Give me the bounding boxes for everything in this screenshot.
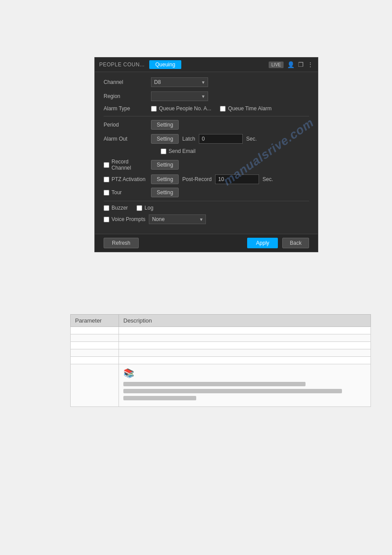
tour-setting-button[interactable]: Setting <box>151 188 179 197</box>
tour-checkbox[interactable] <box>104 190 109 196</box>
table-row <box>71 349 371 357</box>
panel-header-left: PEOPLE COUN... Queuing <box>99 60 181 69</box>
latch-sec-label: Sec. <box>246 136 257 142</box>
period-setting-button[interactable]: Setting <box>151 120 179 130</box>
ptz-activation-row: PTZ Activation Setting Post-Record Sec. <box>104 174 309 184</box>
log-checkbox[interactable] <box>137 205 142 211</box>
channel-select[interactable]: D8 <box>151 77 208 87</box>
log-checkbox-group: Log <box>137 205 153 211</box>
tour-label: Tour <box>111 189 122 196</box>
panel-header-icons: LIVE 👤 ❐ ⋮ <box>269 61 313 68</box>
table-section: Parameter Description <box>70 314 371 407</box>
queuing-tab[interactable]: Queuing <box>149 60 181 69</box>
period-label: Period <box>104 122 147 128</box>
table-cell-param <box>71 342 119 349</box>
divider-2 <box>104 201 309 201</box>
refresh-button[interactable]: Refresh <box>104 238 139 248</box>
alarm-type-row: Alarm Type Queue People No. A... Queue T… <box>104 105 309 112</box>
buzzer-checkbox-group: Buzzer <box>104 205 128 211</box>
apply-button[interactable]: Apply <box>247 238 278 248</box>
record-channel-checkbox[interactable] <box>104 162 109 168</box>
latch-row: Latch Sec. <box>182 134 256 144</box>
note-bar-1 <box>123 382 306 386</box>
fullscreen-icon[interactable]: ❐ <box>298 61 304 68</box>
queue-time-alarm-checkbox-group: Queue Time Alarm <box>220 105 271 112</box>
tour-checkbox-group: Tour <box>104 189 147 196</box>
table-cell-param <box>71 334 119 342</box>
divider-1 <box>104 116 309 116</box>
buzzer-log-row: Buzzer Log <box>104 205 309 211</box>
table-row <box>71 327 371 334</box>
post-record-label: Post-Record <box>182 176 212 182</box>
queue-time-alarm-label: Queue Time Alarm <box>228 105 271 112</box>
table-row <box>71 334 371 342</box>
queue-people-no-checkbox[interactable] <box>151 106 157 112</box>
tour-row: Tour Setting <box>104 188 309 197</box>
alarm-out-row: Alarm Out Setting Latch Sec. <box>104 134 309 144</box>
description-header: Description <box>119 315 371 327</box>
table-cell-param <box>71 364 119 407</box>
send-email-checkbox-group: Send Email <box>161 148 195 154</box>
grid-icon[interactable]: ⋮ <box>307 61 313 68</box>
ptz-activation-checkbox[interactable] <box>104 177 109 182</box>
voice-prompts-select[interactable]: None <box>149 214 206 224</box>
period-row: Period Setting <box>104 120 309 130</box>
table-cell-desc <box>119 334 371 342</box>
table-cell-desc <box>119 357 371 364</box>
table-row <box>71 357 371 364</box>
region-select-wrapper: ▼ <box>151 91 208 101</box>
queue-people-no-checkbox-group: Queue People No. A... <box>151 105 211 112</box>
panel-body: Channel D8 ▼ Region ▼ Alarm Type <box>95 72 318 234</box>
panel-footer: Refresh Apply Back <box>95 234 318 252</box>
queue-people-no-label: Queue People No. A... <box>159 105 211 112</box>
latch-label: Latch <box>182 136 195 142</box>
post-record-input[interactable] <box>215 174 259 184</box>
panel-header: PEOPLE COUN... Queuing LIVE 👤 ❐ ⋮ <box>95 58 318 72</box>
table-cell-param <box>71 357 119 364</box>
table-header-row: Parameter Description <box>71 315 371 327</box>
table-cell-desc-note: 📚 <box>119 364 371 407</box>
note-book-icon: 📚 <box>123 368 366 378</box>
table-row <box>71 342 371 349</box>
region-select[interactable] <box>151 91 208 101</box>
record-channel-setting-button[interactable]: Setting <box>151 160 179 170</box>
alarm-out-setting-button[interactable]: Setting <box>151 134 179 144</box>
live-badge: LIVE <box>269 62 284 68</box>
send-email-row: Send Email <box>161 148 309 154</box>
table-cell-param <box>71 327 119 334</box>
record-channel-row: Record Channel Setting <box>104 159 309 171</box>
user-icon[interactable]: 👤 <box>287 61 295 68</box>
people-counting-panel: PEOPLE COUN... Queuing LIVE 👤 ❐ ⋮ Channe… <box>94 57 318 252</box>
table-cell-desc <box>119 349 371 357</box>
ptz-activation-setting-button[interactable]: Setting <box>151 174 179 184</box>
send-email-label: Send Email <box>169 148 195 154</box>
buzzer-label: Buzzer <box>111 205 128 211</box>
note-bar-3 <box>123 396 196 400</box>
note-bar-2 <box>123 389 342 393</box>
voice-prompts-checkbox[interactable] <box>104 217 109 222</box>
send-email-checkbox[interactable] <box>161 149 166 154</box>
parameter-table: Parameter Description <box>70 314 371 407</box>
ptz-activation-label: PTZ Activation <box>111 176 145 182</box>
region-row: Region ▼ <box>104 91 309 101</box>
log-label: Log <box>144 205 153 211</box>
table-cell-desc <box>119 327 371 334</box>
region-label: Region <box>104 93 147 99</box>
voice-prompts-checkbox-group: Voice Prompts <box>104 216 145 222</box>
table-cell-param <box>71 349 119 357</box>
channel-select-wrapper: D8 ▼ <box>151 77 208 87</box>
post-record-row: Post-Record Sec. <box>182 174 273 184</box>
ptz-activation-checkbox-group: PTZ Activation <box>104 176 147 182</box>
queue-time-alarm-checkbox[interactable] <box>220 106 226 112</box>
buzzer-checkbox[interactable] <box>104 205 109 211</box>
table-row-note: 📚 <box>71 364 371 407</box>
channel-label: Channel <box>104 79 147 85</box>
post-record-sec-label: Sec. <box>263 176 273 182</box>
alarm-out-label: Alarm Out <box>104 136 147 142</box>
alarm-type-label: Alarm Type <box>104 105 147 112</box>
record-channel-checkbox-group: Record Channel <box>104 159 147 171</box>
record-channel-label: Record Channel <box>111 159 147 171</box>
back-button[interactable]: Back <box>282 238 309 248</box>
voice-prompts-row: Voice Prompts None ▼ <box>104 214 309 224</box>
latch-input[interactable] <box>199 134 243 144</box>
